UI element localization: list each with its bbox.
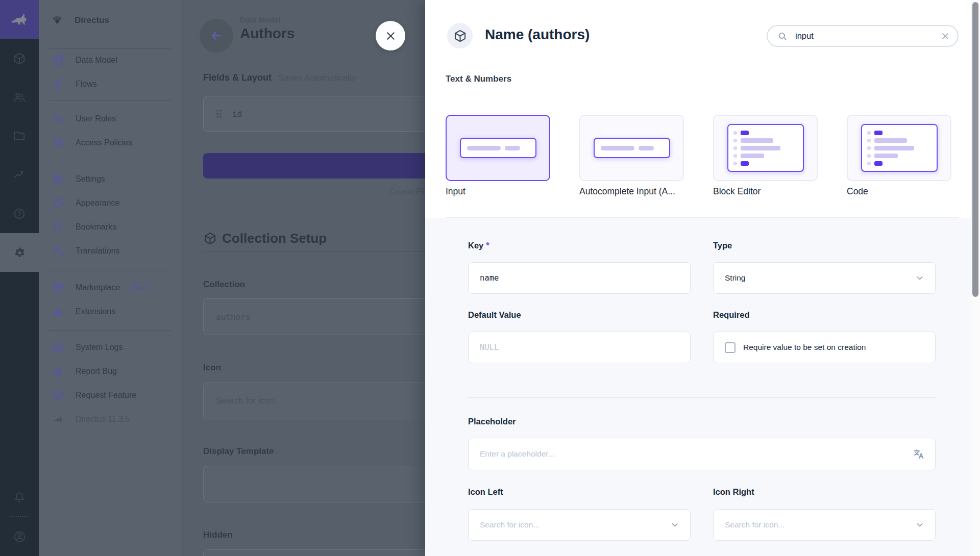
- key-input-field[interactable]: [480, 273, 680, 283]
- sidebar-item-data-model[interactable]: Data Model: [39, 48, 181, 72]
- type-value: String: [725, 273, 915, 283]
- interface-card-label: Input: [446, 186, 465, 197]
- terminal-icon: [52, 341, 64, 353]
- sidebar-item-marketplace[interactable]: Marketplace Beta: [39, 275, 181, 299]
- icon-left-placeholder: Search for icon...: [480, 520, 670, 529]
- field-row-id[interactable]: id: [203, 96, 425, 132]
- directus-logo-icon: [9, 9, 30, 30]
- interface-card-label: Code: [847, 186, 868, 197]
- section-divider: [203, 251, 425, 251]
- key-input[interactable]: [468, 262, 691, 294]
- storefront-icon: [52, 282, 64, 294]
- sidebar-item-label: Translations: [76, 246, 120, 256]
- search-input[interactable]: [794, 31, 940, 41]
- form-divider: [468, 397, 936, 398]
- sidebar-item-system-logs[interactable]: System Logs: [39, 335, 181, 359]
- sidebar-item-extensions[interactable]: Extensions: [39, 299, 181, 323]
- icon-left-select[interactable]: Search for icon...: [468, 509, 691, 541]
- interface-card-block-editor[interactable]: [713, 115, 818, 181]
- collection-label: Collection: [203, 280, 245, 290]
- content-module-button[interactable]: [0, 39, 39, 78]
- box-icon: [13, 52, 26, 65]
- collection-value: authors: [216, 312, 250, 322]
- translate-icon[interactable]: [913, 448, 925, 460]
- back-button[interactable]: [200, 19, 233, 53]
- sidebar-item-label: Data Model: [76, 56, 117, 65]
- sidebar-item-label: Request Feature: [76, 391, 136, 400]
- chevron-down-icon: [915, 273, 925, 283]
- sidebar-item-label: Flows: [76, 80, 97, 89]
- sidebar-item-label: Extensions: [76, 307, 115, 316]
- directus-app: ?: [0, 0, 980, 556]
- nav-divider: [49, 100, 171, 100]
- fields-layout-heading: Fields & Layout: [203, 72, 272, 83]
- sidebar-item-settings[interactable]: Settings: [39, 167, 181, 191]
- user-menu-button[interactable]: [0, 517, 39, 556]
- default-value-label: Default Value: [468, 310, 521, 320]
- drag-handle-icon[interactable]: [215, 108, 223, 119]
- placeholder-field[interactable]: [480, 449, 913, 459]
- project-header[interactable]: Directus: [39, 8, 181, 33]
- interface-search[interactable]: [767, 25, 959, 47]
- sidebar-item-request-feature[interactable]: Request Feature: [39, 383, 181, 407]
- hidden-input[interactable]: [203, 549, 425, 556]
- sidebar-item-user-roles[interactable]: User Roles: [39, 107, 181, 131]
- clear-search-icon[interactable]: [940, 31, 950, 41]
- shield-user-icon: [52, 137, 64, 149]
- section-divider: [446, 90, 959, 90]
- field-name: id: [232, 109, 242, 119]
- palette-icon: [52, 197, 64, 209]
- sidebar-item-translations[interactable]: Translations: [39, 239, 181, 263]
- create-field-link[interactable]: Create Field: [389, 187, 425, 196]
- required-checkbox[interactable]: [725, 342, 736, 353]
- interface-card-code[interactable]: [847, 115, 951, 181]
- icon-label: Icon: [203, 363, 221, 373]
- bug-icon: [52, 365, 64, 377]
- section-title: Text & Numbers: [446, 74, 511, 84]
- default-value-input[interactable]: [468, 332, 691, 363]
- beta-badge: Beta: [127, 282, 152, 293]
- saves-automatically-hint: Saves Automatically: [278, 73, 356, 83]
- sidebar-item-label: System Logs: [76, 343, 122, 352]
- insights-module-button[interactable]: [0, 156, 39, 194]
- search-icon: [777, 31, 788, 42]
- settings-module-button[interactable]: [0, 233, 39, 272]
- drawer-close-button[interactable]: [376, 21, 405, 50]
- sidebar-item-report-bug[interactable]: Report Bug: [39, 359, 181, 383]
- chevron-down-icon: [915, 520, 925, 530]
- directus-logo-button[interactable]: [0, 0, 39, 39]
- collection-input[interactable]: authors: [203, 298, 425, 335]
- bell-icon: [13, 491, 26, 504]
- type-select[interactable]: String: [713, 262, 936, 294]
- breadcrumb[interactable]: Data Model: [240, 15, 281, 24]
- folder-icon: [13, 130, 26, 143]
- help-module-button[interactable]: ?: [0, 194, 39, 233]
- interface-card-input[interactable]: [446, 115, 550, 181]
- interface-card-autocomplete[interactable]: [579, 115, 684, 181]
- module-bar: ?: [0, 0, 39, 556]
- display-template-input[interactable]: [203, 466, 425, 502]
- connection-status-icon: [51, 13, 63, 28]
- sidebar-item-flows[interactable]: Flows: [39, 72, 181, 96]
- icon-left-label: Icon Left: [468, 487, 503, 497]
- input-preview-illustration: [460, 138, 536, 158]
- primary-action-button[interactable]: [203, 153, 425, 179]
- sidebar-item-appearance[interactable]: Appearance: [39, 191, 181, 215]
- required-checkbox-label: Require value to be set on creation: [743, 343, 866, 352]
- icon-right-select[interactable]: Search for icon...: [713, 509, 936, 541]
- box-icon: [453, 29, 467, 43]
- icon-search-input[interactable]: Search for icon...: [203, 383, 425, 419]
- tune-icon: [52, 173, 64, 185]
- default-value-field[interactable]: [480, 343, 680, 352]
- svg-text:?: ?: [17, 210, 21, 217]
- notifications-button[interactable]: [0, 478, 39, 517]
- placeholder-input[interactable]: [468, 438, 936, 470]
- sidebar-item-bookmarks[interactable]: Bookmarks: [39, 215, 181, 239]
- sidebar-item-access-policies[interactable]: Access Policies: [39, 131, 181, 155]
- files-module-button[interactable]: [0, 117, 39, 156]
- help-icon: ?: [13, 207, 26, 220]
- display-template-label: Display Template: [203, 446, 274, 457]
- users-module-button[interactable]: [0, 78, 39, 117]
- icon-right-label: Icon Right: [713, 487, 754, 497]
- scrollbar-thumb[interactable]: [972, 2, 978, 297]
